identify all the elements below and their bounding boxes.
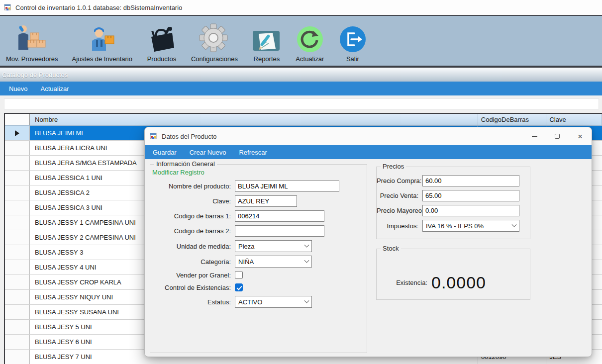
chevron-down-icon [304,298,309,303]
row-header-cell[interactable] [5,320,30,334]
label-precio-mayoreo: Precio Mayoreo: [377,207,422,214]
toolbar-label: Ajustes de Inventario [72,55,132,63]
minimize-icon [532,136,537,137]
label-unidad-medida: Unidad de medida: [150,243,235,250]
gear-icon [198,22,231,54]
label-codigo-barras-1: Codigo de barras 1: [150,212,235,220]
toolbar-button-mov-proveedores[interactable]: Mov. Proveedores [3,21,61,64]
app-titlebar: Control de inventario 1.0.1 database: db… [0,0,602,15]
product-dialog: Datos del Producto × Guardar Crear Nuevo… [144,127,592,357]
label-vender-granel: Vender por Granel: [150,272,235,279]
toolbar-button-ajustes-inventario[interactable]: Ajustes de Inventario [69,21,135,64]
clave-field[interactable] [235,195,297,207]
row-header-cell[interactable] [5,141,30,155]
row-header-cell[interactable] [5,185,30,200]
toolbar-button-reportes[interactable]: Reportes [249,21,285,64]
toolbar-button-configuraciones[interactable]: Configuraciones [188,21,241,64]
search-bar-container [0,95,602,109]
minimize-button[interactable] [523,127,546,145]
impuestos-value: IVA 16 % - IEPS 0% [426,222,509,230]
row-header-cell[interactable] [5,275,30,289]
dialog-window-buttons: × [523,127,592,145]
refresh-icon [296,22,324,54]
precio-venta-field[interactable] [422,190,519,201]
codigo-barras-1-field[interactable] [235,210,324,222]
row-header-cell[interactable] [5,335,30,349]
chevron-down-icon [304,258,309,263]
row-header-cell[interactable] [5,215,30,230]
row-header-cell[interactable] [5,350,30,364]
toolbar-button-salir[interactable]: Salir [335,21,370,64]
dialog-icon [150,132,158,140]
maximize-button[interactable] [546,127,569,145]
existencia-value: 0.0000 [431,273,486,292]
products-toolbox-icon [146,22,177,54]
toolbar-label: Configuraciones [191,55,238,63]
catalog-window-titlebar: Catalogo de Productos [0,68,602,82]
groupbox-precios: Precios Precio Compra: Precio Venta: Pre… [376,167,530,239]
categoria-value: NIÑA [238,258,302,266]
dialog-titlebar: Datos del Producto × [145,127,592,145]
dialog-body: Información General Modificar Registro N… [145,159,592,358]
unidad-medida-value: Pieza [238,243,302,250]
label-codigo-barras-2: Codigo de barras 2: [150,227,235,235]
codigo-barras-2-field[interactable] [235,225,324,237]
granel-checkbox[interactable] [235,271,243,279]
chevron-down-icon [512,222,517,227]
app-icon [4,3,12,11]
row-header-cell[interactable] [5,171,30,185]
precio-mayoreo-field[interactable] [422,205,519,216]
row-header-cell[interactable] [5,230,30,245]
row-header-cell[interactable] [5,126,30,140]
menu-item-guardar[interactable]: Guardar [153,149,177,156]
label-categoria: Categoría: [150,258,235,266]
groupbox-legend: Precios [381,163,406,170]
menu-item-refrescar[interactable]: Refrescar [239,149,267,156]
label-control-existencias: Control de Existencias: [150,284,235,291]
label-existencia: Existencia: [377,279,431,286]
chevron-down-icon [304,242,309,247]
groupbox-legend: Stock [381,245,401,252]
label-clave: Clave: [150,197,235,205]
label-impuestos: Impuestos: [377,222,422,230]
menu-item-crear-nuevo[interactable]: Crear Nuevo [190,149,226,156]
menu-item-actualizar[interactable]: Actualizar [41,85,69,92]
grid-corner-header[interactable] [5,114,30,125]
mode-label: Modificar Registro [152,169,204,176]
toolbar-label: Reportes [254,55,280,63]
dialog-title: Datos del Producto [162,133,519,140]
window-title: Control de inventario 1.0.1 database: db… [15,4,182,11]
row-header-cell[interactable] [5,305,30,319]
label-nombre-producto: Nombre del producto: [150,182,235,190]
column-header-codigodebarras[interactable]: CodigoDeBarras [478,114,547,125]
close-button[interactable]: × [569,127,592,145]
row-selector-arrow-icon [15,130,19,136]
toolbar-label: Productos [147,55,177,63]
categoria-select[interactable]: NIÑA [235,256,312,268]
reports-icon [252,22,282,54]
precio-compra-field[interactable] [422,175,519,186]
column-header-nombre[interactable]: Nombre [30,114,478,125]
exit-icon [338,22,367,54]
nombre-producto-field[interactable] [235,181,339,192]
groupbox-legend: Información General [154,160,217,168]
search-input[interactable] [4,98,599,109]
toolbar-label: Salir [346,55,359,63]
toolbar-button-actualizar[interactable]: Actualizar [293,21,327,64]
column-header-clave[interactable]: Clave [546,114,602,125]
toolbar-button-productos[interactable]: Productos [143,21,180,64]
row-header-cell[interactable] [5,260,30,274]
row-header-cell[interactable] [5,200,30,215]
row-header-cell[interactable] [5,290,30,304]
estatus-select[interactable]: ACTIVO [235,296,312,308]
menu-item-nuevo[interactable]: Nuevo [9,85,28,92]
unidad-medida-select[interactable]: Pieza [235,240,312,252]
inventory-adjust-icon [86,22,118,54]
label-precio-venta: Precio Venta: [377,192,422,199]
impuestos-select[interactable]: IVA 16 % - IEPS 0% [422,220,519,232]
maximize-icon [555,134,560,139]
control-existencias-checkbox[interactable] [235,283,243,291]
row-header-cell[interactable] [5,156,30,170]
main-toolbar: Mov. Proveedores Ajustes de Inventario [0,15,602,68]
row-header-cell[interactable] [5,245,30,260]
